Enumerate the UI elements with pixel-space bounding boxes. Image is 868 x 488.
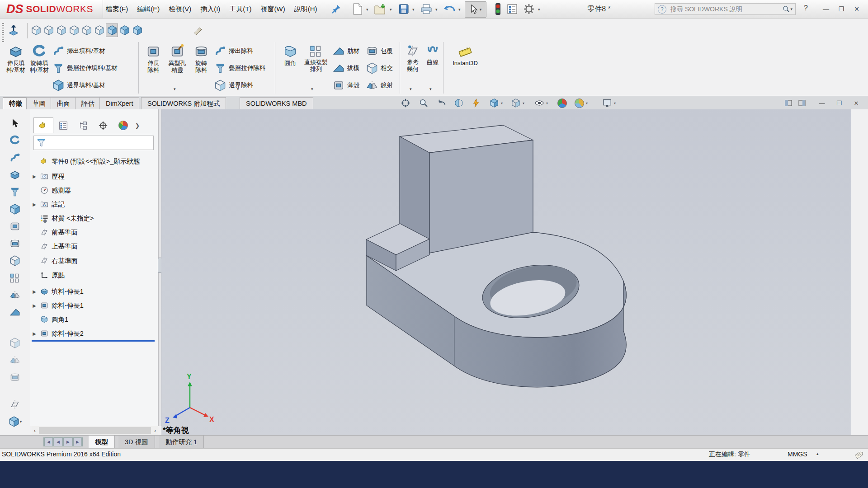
tree-item-cut-extrude2[interactable]: ▶ 除料-伸長2 [32, 328, 156, 339]
tree-item-sensors[interactable]: 感測器 [32, 184, 156, 196]
shell-tool-icon[interactable] [7, 236, 23, 251]
view-orientation-button[interactable] [488, 97, 500, 109]
mirror-tool-icon[interactable] [7, 287, 23, 303]
units-caret[interactable]: ▴ [816, 451, 819, 456]
apply-scene-button[interactable] [573, 97, 585, 109]
tab-features[interactable]: 特徵 [3, 97, 28, 109]
dynamic-annotation-button[interactable] [470, 97, 482, 109]
boundary-cut-button[interactable]: 邊界除料 [212, 77, 267, 94]
instant3d-button[interactable]: Instant3D [447, 43, 484, 67]
menu-tools[interactable]: 工具(T) [226, 3, 255, 15]
shell-button[interactable]: 薄殼 [331, 77, 361, 94]
next-tab-button[interactable]: ▶ [63, 437, 73, 446]
tree-filter-input[interactable] [33, 136, 154, 150]
tree-item-history[interactable]: ▶ 歷程 [32, 170, 156, 182]
cut-stack-caret[interactable]: ▾ [237, 87, 239, 91]
hole-wizard-caret[interactable]: ▾ [174, 87, 176, 91]
refgeo-caret[interactable]: ▾ [410, 87, 412, 91]
select-tool-button[interactable]: ▾ [465, 1, 486, 18]
undo-button[interactable] [443, 2, 457, 16]
options-dropdown-caret[interactable]: ▾ [538, 7, 540, 12]
tree-item-cut-extrude1[interactable]: ▶ 除料-伸長1 [32, 300, 156, 311]
rollback-bar[interactable] [32, 340, 155, 342]
hide-show-caret[interactable]: ▾ [546, 101, 548, 105]
display-style-caret[interactable]: ▾ [523, 101, 524, 105]
tree-item-right-plane[interactable]: 右基準面 [32, 255, 156, 267]
linear-pattern-button[interactable]: 直線複製排列 [302, 43, 330, 73]
strip-caret[interactable]: ▾ [20, 419, 22, 424]
tab-surfaces[interactable]: 曲面 [51, 97, 76, 109]
first-tab-button[interactable]: ◀ [43, 437, 53, 446]
menu-window[interactable]: 視窗(W) [257, 3, 288, 15]
reference-geometry-button[interactable]: 參考幾何 [402, 43, 423, 73]
view-trimetric-button[interactable] [118, 23, 131, 37]
revolved-cut-button[interactable]: 旋轉除料 [190, 43, 212, 74]
help-button[interactable]: ? [804, 4, 808, 12]
menu-insert[interactable]: 插入(I) [197, 3, 224, 15]
menu-edit[interactable]: 編輯(E) [133, 3, 163, 15]
propertymanager-tab[interactable] [53, 117, 73, 133]
tab-3d-views[interactable]: 3D 視圖 [118, 436, 155, 448]
view-front-button[interactable] [30, 23, 42, 37]
boundary-boss-button[interactable]: 邊界填料/基材 [51, 77, 119, 94]
rib-button[interactable]: 肋材 [331, 43, 361, 59]
scroll-right-icon[interactable]: › [152, 427, 158, 434]
tab-evaluate[interactable]: 評估 [75, 97, 101, 109]
tree-item-boss-extrude1[interactable]: ▶ 填料-伸長1 [32, 286, 156, 297]
tree-item-origin[interactable]: 原點 [32, 269, 156, 281]
expand-arrow-icon[interactable]: ▶ [32, 303, 37, 308]
app-minimize-button[interactable]: — [820, 4, 832, 14]
search-dropdown-caret[interactable]: ▾ [790, 7, 793, 11]
zoom-to-area-button[interactable] [418, 97, 429, 109]
view-left-button[interactable] [55, 23, 67, 37]
disabled-tool-icon-1[interactable] [7, 335, 23, 351]
panel-horizontal-scrollbar[interactable]: ‹ › [32, 426, 158, 435]
last-tab-button[interactable]: ▶ [73, 437, 83, 446]
doc-minimize-button[interactable]: — [816, 98, 827, 108]
options-gear-button[interactable] [522, 2, 536, 16]
prev-tab-button[interactable]: ◀ [53, 437, 63, 446]
lofted-cut-button[interactable]: 疊層拉伸除料 [212, 60, 267, 76]
swept-cut-button[interactable]: 掃出除料 [212, 43, 267, 59]
expand-arrow-icon[interactable]: ▶ [32, 202, 37, 207]
doc-pane-left-icon[interactable] [783, 98, 794, 108]
toolbar-drag-handle[interactable] [2, 23, 4, 42]
sweep-tool-icon[interactable] [7, 150, 23, 165]
wedge-tool-icon[interactable] [7, 305, 23, 320]
tab-dimxpert[interactable]: DimXpert [99, 97, 139, 109]
tab-motion-study[interactable]: 動作研究 1 [159, 436, 204, 448]
revolved-boss-button[interactable]: 旋轉填料/基材 [27, 43, 52, 74]
select-dropdown-caret[interactable]: ▾ [480, 7, 482, 12]
normal-to-view-button[interactable] [7, 23, 19, 37]
rebuild-button[interactable] [491, 2, 505, 16]
print-button[interactable] [420, 2, 433, 16]
tree-item-fillet1[interactable]: 圓角1 [32, 314, 156, 325]
view-settings-caret[interactable]: ▾ [614, 101, 616, 105]
draft-button[interactable]: 拔模 [331, 60, 361, 76]
view-bottom-button[interactable] [93, 23, 105, 37]
featuremanager-tab[interactable] [33, 117, 53, 133]
configurationmanager-tab[interactable] [73, 117, 93, 133]
doc-restore-button[interactable]: ❐ [834, 98, 844, 108]
search-box[interactable]: ? ▾ [655, 3, 796, 15]
menu-view[interactable]: 檢視(V) [165, 3, 195, 15]
disabled-tool-icon-3[interactable] [7, 370, 23, 385]
displaymanager-tab[interactable] [113, 117, 133, 133]
extrude-tool-icon[interactable] [7, 167, 23, 183]
view-settings-button[interactable] [601, 97, 613, 109]
curves-button[interactable]: 曲線 [422, 43, 443, 66]
plane-tool-icon[interactable] [7, 397, 23, 412]
tab-mbd[interactable]: SOLIDWORKS MBD [240, 97, 313, 109]
tab-addins[interactable]: SOLIDWORKS 附加程式 [141, 97, 226, 109]
doc-close-button[interactable]: ✕ [851, 98, 862, 108]
swept-boss-button[interactable]: 掃出填料/基材 [51, 43, 119, 59]
edit-appearance-button[interactable] [556, 97, 568, 109]
boundary-tool-icon[interactable] [7, 202, 23, 217]
new-document-button[interactable] [351, 2, 364, 16]
zoom-to-fit-button[interactable] [400, 97, 411, 109]
tree-item-material[interactable]: 材質 <未指定> [32, 212, 156, 224]
select-cursor-icon[interactable] [7, 116, 23, 131]
view-isometric-button[interactable] [106, 23, 118, 37]
view-top-button[interactable] [80, 23, 93, 37]
tab-model[interactable]: 模型 [89, 436, 115, 448]
